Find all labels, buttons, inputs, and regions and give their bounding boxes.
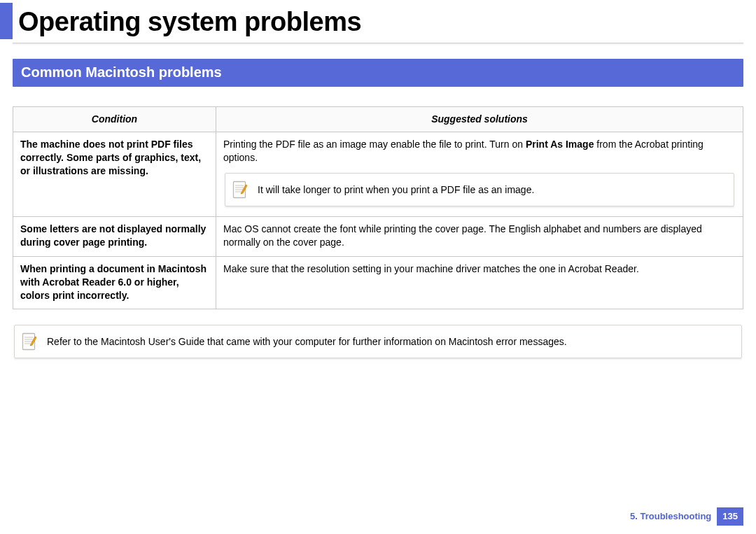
table-header-row: Condition Suggested solutions	[13, 107, 743, 132]
title-row: Operating system problems	[0, 0, 743, 41]
solution-bold: Print As Image	[526, 139, 594, 150]
title-accent-tab	[0, 3, 13, 39]
cell-condition: When printing a document in Macintosh wi…	[13, 256, 216, 309]
solution-text-pre: Printing the PDF file as an image may en…	[223, 139, 526, 150]
page-footer: 5. Troubleshooting 135	[630, 507, 743, 526]
table-row: The machine does not print PDF files cor…	[13, 132, 743, 217]
page-title: Operating system problems	[18, 4, 361, 40]
section-heading: Common Macintosh problems	[13, 59, 743, 87]
table-row: Some letters are not displayed normally …	[13, 216, 743, 256]
col-header-condition: Condition	[13, 107, 216, 132]
note-icon	[232, 181, 248, 199]
page-note: Refer to the Macintosh User's Guide that…	[14, 325, 742, 358]
cell-condition: Some letters are not displayed normally …	[13, 216, 216, 256]
cell-condition: The machine does not print PDF files cor…	[13, 132, 216, 217]
title-divider	[13, 43, 743, 46]
page-note-text: Refer to the Macintosh User's Guide that…	[47, 335, 567, 349]
note-icon	[22, 332, 37, 351]
problems-table: Condition Suggested solutions The machin…	[13, 106, 743, 309]
col-header-solution: Suggested solutions	[216, 107, 743, 132]
table-row: When printing a document in Macintosh wi…	[13, 256, 743, 309]
document-page: Operating system problems Common Macinto…	[0, 0, 756, 534]
cell-solution: Printing the PDF file as an image may en…	[216, 132, 743, 217]
footer-page-number: 135	[717, 507, 743, 526]
cell-solution: Make sure that the resolution setting in…	[216, 256, 743, 309]
footer-chapter: 5. Troubleshooting	[630, 507, 711, 526]
inline-note: It will take longer to print when you pr…	[225, 173, 734, 206]
cell-solution: Mac OS cannot create the font while prin…	[216, 216, 743, 256]
inline-note-text: It will take longer to print when you pr…	[258, 183, 534, 197]
